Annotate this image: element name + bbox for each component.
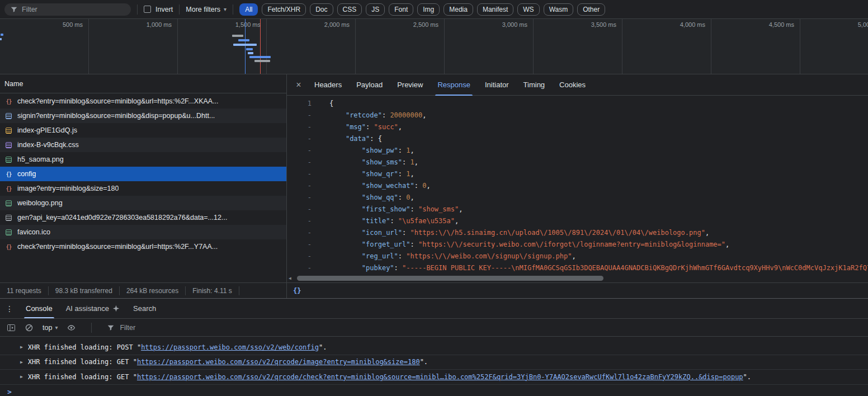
network-request-row[interactable]: {}config: [0, 167, 286, 181]
waterfall-bar: [1, 34, 3, 36]
line-gutter: -: [287, 239, 320, 251]
response-line: - "show_wechat": 0,: [287, 180, 868, 192]
pretty-print-button[interactable]: {}: [293, 287, 301, 295]
tab-headers[interactable]: Headers: [307, 74, 349, 95]
expand-triangle-icon[interactable]: ▶: [20, 360, 23, 365]
network-request-row[interactable]: favicon.ico: [0, 225, 286, 239]
network-request-row[interactable]: {}image?entry=miniblog&size=180: [0, 181, 286, 196]
filter-pill-manifest[interactable]: Manifest: [477, 3, 513, 16]
expand-triangle-icon[interactable]: ▶: [20, 374, 23, 379]
waterfall-bar: [0, 38, 2, 40]
filter-funnel-icon: [10, 6, 18, 13]
invert-label: Invert: [155, 6, 173, 13]
filter-pill-wasm[interactable]: Wasm: [544, 3, 574, 16]
horizontal-scrollbar[interactable]: ◀: [287, 274, 868, 282]
request-name: h5_saoma.png: [17, 155, 64, 163]
response-line: - "msg": "succ",: [287, 121, 868, 133]
filter-pill-fetch-xhr[interactable]: Fetch/XHR: [262, 3, 306, 16]
expand-triangle-icon[interactable]: ▶: [20, 345, 23, 350]
console-message-url[interactable]: https://passport.weibo.com/sso/v2/qrcode…: [137, 373, 743, 381]
request-name: config: [17, 170, 36, 178]
filter-pill-js[interactable]: JS: [366, 3, 385, 16]
filter-pill-media[interactable]: Media: [444, 3, 473, 16]
chevron-down-icon: ▾: [55, 324, 58, 331]
network-request-row[interactable]: {}check?entry=miniblog&source=miniblog&u…: [0, 239, 286, 254]
drawer-tab-console[interactable]: Console: [19, 299, 59, 318]
line-gutter: -: [287, 192, 320, 204]
response-line: 1{: [287, 98, 868, 110]
invert-checkbox[interactable]: [144, 6, 151, 13]
tab-payload[interactable]: Payload: [349, 74, 390, 95]
console-prompt-chevron[interactable]: >: [0, 385, 868, 396]
network-request-row[interactable]: signin?entry=miniblog&source=miniblog&di…: [0, 109, 286, 123]
status-summary: 11 requests98.3 kB transferred264 kB res…: [0, 283, 239, 298]
drawer-tab-ai-assistance[interactable]: AI assistance: [59, 299, 126, 318]
image-icon: [4, 229, 13, 235]
drawer-tab-search[interactable]: Search: [126, 299, 163, 318]
kebab-menu-icon[interactable]: ⋮: [0, 304, 19, 313]
name-column-header[interactable]: Name: [0, 74, 286, 93]
network-filter-box[interactable]: [4, 3, 131, 16]
close-icon[interactable]: ×: [290, 80, 307, 90]
filter-pill-other[interactable]: Other: [577, 3, 605, 16]
response-line: - "show_qr": 1,: [287, 168, 868, 180]
network-filter-input[interactable]: [22, 6, 125, 13]
request-details-panel: × HeadersPayloadPreviewResponseInitiator…: [286, 74, 868, 282]
filter-pill-font[interactable]: Font: [389, 3, 413, 16]
tab-response[interactable]: Response: [430, 74, 478, 95]
console-message-text: XHR finished loading: GET "https://passp…: [28, 358, 428, 366]
fetch-icon: {}: [4, 244, 13, 250]
response-line: - "retcode": 20000000,: [287, 110, 868, 121]
filter-pill-css[interactable]: CSS: [337, 3, 362, 16]
tab-preview[interactable]: Preview: [390, 74, 430, 95]
network-request-row[interactable]: index-B-v9cBqk.css: [0, 138, 286, 152]
response-line: - "title": "\u5fae\u535a",: [287, 215, 868, 227]
response-line: - "data": {: [287, 133, 868, 145]
tab-timing[interactable]: Timing: [516, 74, 553, 95]
invert-checkbox-group[interactable]: Invert: [144, 6, 173, 13]
network-request-row[interactable]: h5_saoma.png: [0, 152, 286, 167]
image-icon: [4, 157, 13, 163]
filter-pill-ws[interactable]: WS: [517, 3, 539, 16]
console-filter-input[interactable]: [120, 324, 254, 332]
context-selector[interactable]: top ▾: [43, 324, 58, 332]
network-request-row[interactable]: {}check?entry=miniblog&source=miniblog&u…: [0, 94, 286, 109]
waterfall-bar: [249, 56, 271, 58]
line-gutter: -: [287, 121, 320, 133]
more-filters-label: More filters: [186, 6, 220, 13]
line-gutter: -: [287, 157, 320, 168]
tab-cookies[interactable]: Cookies: [552, 74, 593, 95]
console-sidebar-icon[interactable]: [7, 323, 16, 332]
style-icon: [4, 142, 13, 148]
toolbar-separator: [91, 323, 92, 333]
network-request-row[interactable]: gen?api_key=a0241ed0d922e7286303ea581829…: [0, 210, 286, 225]
toolbar-separator: [233, 4, 233, 15]
scroll-left-icon[interactable]: ◀: [289, 276, 291, 281]
more-filters-button[interactable]: More filters ▾: [186, 6, 227, 13]
line-gutter: -: [287, 262, 320, 274]
console-filter-box[interactable]: [107, 324, 254, 332]
console-message-url[interactable]: https://passport.weibo.com/sso/v2/web/co…: [141, 343, 319, 351]
live-expression-eye-icon[interactable]: [67, 323, 76, 332]
dcl-event-line: [245, 19, 246, 74]
console-message-url[interactable]: https://passport.weibo.com/sso/v2/qrcode…: [137, 358, 420, 366]
request-name: check?entry=miniblog&source=miniblog&url…: [17, 243, 218, 251]
timeline-column: 500 ms: [0, 19, 89, 74]
line-gutter: -: [287, 227, 320, 239]
response-line: - "icon_url": "https:\/\/h5.sinaimg.cn\/…: [287, 227, 868, 239]
other-icon: [4, 215, 13, 221]
devtools-network-panel: Invert More filters ▾ AllFetch/XHRDocCSS…: [0, 0, 868, 396]
filter-pill-all[interactable]: All: [239, 3, 258, 16]
filter-pill-img[interactable]: Img: [417, 3, 440, 16]
request-rows: {}check?entry=miniblog&source=miniblog&u…: [0, 94, 286, 254]
tab-initiator[interactable]: Initiator: [478, 74, 516, 95]
filter-pill-doc[interactable]: Doc: [310, 3, 333, 16]
scrollbar-thumb[interactable]: [297, 276, 603, 281]
line-gutter: 1: [287, 98, 320, 110]
timeline-column: 5,000 ms: [800, 19, 868, 74]
network-overview[interactable]: 500 ms1,000 ms1,500 ms2,000 ms2,500 ms3,…: [0, 19, 868, 74]
network-request-row[interactable]: index-gPIE1GdQ.js: [0, 123, 286, 138]
clear-console-icon[interactable]: [25, 323, 34, 332]
network-request-row[interactable]: weibologo.png: [0, 196, 286, 210]
console-message-text: XHR finished loading: GET "https://passp…: [28, 373, 751, 381]
